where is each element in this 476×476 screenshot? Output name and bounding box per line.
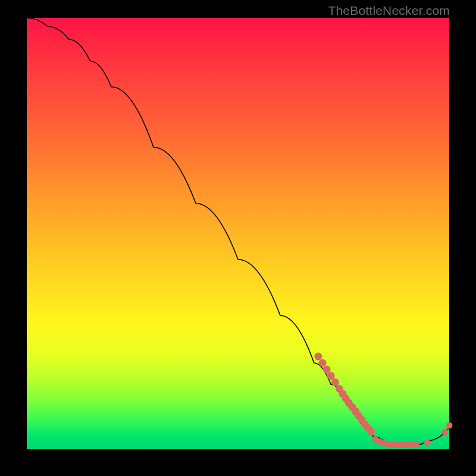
data-point (424, 439, 431, 446)
chart-svg (27, 18, 449, 449)
bottleneck-curve (27, 18, 449, 445)
watermark-label: TheBottleNecker.com (328, 4, 450, 18)
data-point (441, 429, 448, 436)
data-point (446, 422, 453, 429)
scatter-dots (314, 353, 452, 449)
chart-frame: TheBottleNecker.com (0, 0, 476, 476)
data-point (331, 378, 339, 386)
data-point (319, 359, 327, 367)
data-point (323, 365, 331, 373)
data-point (367, 428, 375, 436)
plot-area (27, 18, 449, 449)
data-point (413, 441, 419, 447)
data-point (314, 353, 322, 361)
data-point (327, 372, 335, 380)
